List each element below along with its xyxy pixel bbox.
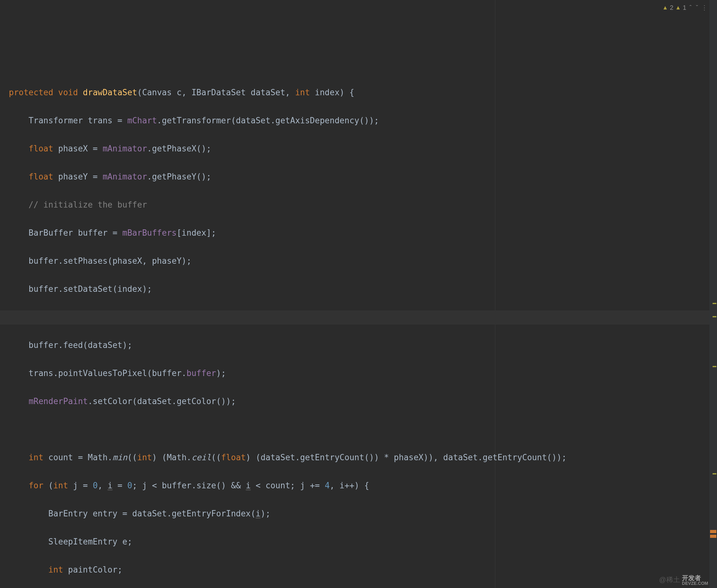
code-line: buffer.setPhases(phaseX, phaseY);: [9, 254, 717, 268]
code-line: int paintColor;: [9, 563, 717, 577]
code-editor[interactable]: protected void drawDataSet(Canvas c, IBa…: [0, 0, 717, 588]
warning-count: 2: [670, 1, 673, 15]
code-line: buffer.setDataSet(index);: [9, 282, 717, 296]
code-line: protected void drawDataSet(Canvas c, IBa…: [9, 85, 717, 100]
code-line: float phaseX = mAnimator.getPhaseX();: [9, 142, 717, 156]
warning-icon: ▲: [662, 1, 668, 15]
code-line: buffer.feed(dataSet);: [9, 338, 717, 352]
more-options-button[interactable]: ⋮: [701, 1, 708, 15]
watermark-handle: @稀土: [659, 576, 680, 584]
code-line: int count = Math.min((int) (Math.ceil((f…: [9, 450, 717, 465]
code-line: trans.pointValuesToPixel(buffer.buffer);: [9, 366, 717, 380]
code-line: Transformer trans = mChart.getTransforme…: [9, 113, 717, 128]
watermark: @稀土 开发者 DEVZE.COM: [659, 573, 708, 587]
code-line: // initialize the buffer: [9, 198, 717, 212]
watermark-logo: 开发者 DEVZE.COM: [682, 573, 708, 587]
code-line: float phaseY = mAnimator.getPhaseY();: [9, 170, 717, 184]
code-line: BarEntry entry = dataSet.getEntryForInde…: [9, 507, 717, 521]
warning-icon: ▲: [675, 1, 681, 15]
code-line: mRenderPaint.setColor(dataSet.getColor()…: [9, 394, 717, 408]
code-line: SleepItemEntry e;: [9, 535, 717, 549]
code-line: [9, 310, 717, 324]
code-line: BarBuffer buffer = mBarBuffers[index];: [9, 226, 717, 240]
code-line: [9, 422, 717, 437]
inspection-widget[interactable]: ▲ 2 ▲ 1 ˆ ˇ ⋮: [662, 1, 708, 15]
prev-highlight-button[interactable]: ˆ: [688, 1, 693, 15]
code-line: for (int j = 0, i = 0; j < buffer.size()…: [9, 479, 717, 493]
warning-count: 1: [683, 1, 687, 15]
next-highlight-button[interactable]: ˇ: [695, 1, 699, 15]
